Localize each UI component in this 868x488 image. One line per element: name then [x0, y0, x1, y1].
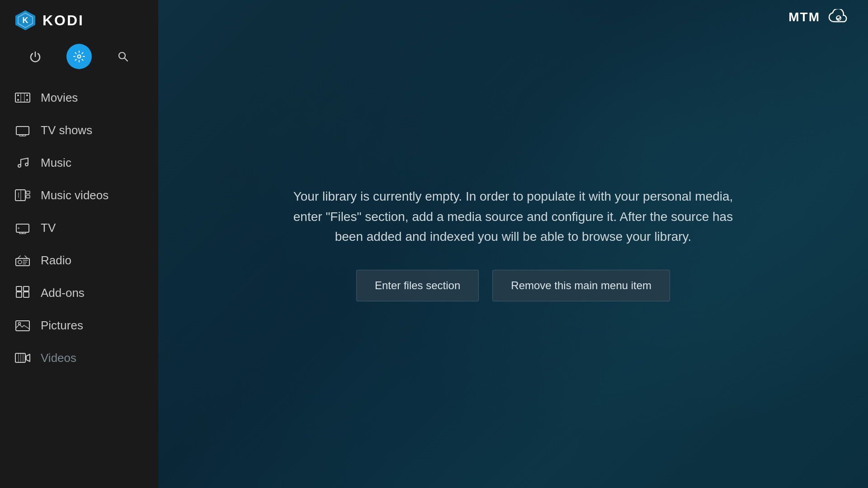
enter-files-button[interactable]: Enter files section	[356, 270, 479, 301]
radio-icon	[14, 252, 31, 268]
svg-rect-10	[20, 93, 21, 102]
sidebar-item-tv-label: TV	[41, 221, 56, 235]
sidebar-item-tv-shows-label: TV shows	[41, 123, 92, 137]
svg-rect-32	[24, 292, 29, 297]
settings-button[interactable]	[66, 44, 92, 69]
header-right: MTM	[788, 9, 850, 25]
svg-point-16	[25, 163, 28, 166]
sidebar-item-music-videos-label: Music videos	[41, 188, 108, 202]
search-button[interactable]	[110, 44, 136, 69]
power-button[interactable]	[23, 44, 48, 69]
svg-point-6	[17, 94, 19, 96]
content-area: Your library is currently empty. In orde…	[264, 169, 762, 319]
svg-rect-34	[24, 286, 29, 291]
top-bar: K KODI	[0, 0, 158, 41]
svg-rect-31	[16, 292, 22, 297]
branding-text: MTM	[788, 10, 820, 24]
sidebar-item-radio-label: Radio	[41, 253, 71, 267]
sidebar-item-tv[interactable]: TV	[0, 211, 158, 244]
svg-rect-18	[18, 192, 19, 198]
empty-library-message: Your library is currently empty. In orde…	[283, 187, 744, 247]
sidebar-item-movies-label: Movies	[41, 91, 78, 105]
svg-point-7	[17, 99, 19, 101]
remove-menu-item-button[interactable]: Remove this main menu item	[492, 270, 670, 301]
svg-point-25	[18, 227, 19, 229]
cloud-icon	[827, 9, 850, 25]
movies-icon	[14, 89, 31, 106]
svg-point-27	[18, 260, 22, 264]
kodi-logo: K KODI	[14, 9, 84, 32]
sidebar-item-music-label: Music	[41, 156, 71, 170]
sidebar-item-addons-label: Add-ons	[41, 286, 85, 300]
sidebar-item-addons[interactable]: Add-ons	[0, 277, 158, 309]
addons-icon	[14, 285, 31, 301]
tv-shows-icon	[14, 122, 31, 138]
sidebar-item-music-videos[interactable]: Music videos	[0, 179, 158, 211]
sidebar-item-radio[interactable]: Radio	[0, 244, 158, 277]
sidebar-item-videos[interactable]: Videos	[0, 342, 158, 374]
sidebar-item-videos-label: Videos	[41, 351, 76, 365]
svg-rect-20	[26, 191, 30, 194]
svg-rect-39	[20, 353, 21, 362]
tv-icon	[14, 220, 31, 236]
svg-text:K: K	[23, 16, 28, 25]
nav-menu: Movies TV shows Music	[0, 77, 158, 488]
music-icon	[14, 155, 31, 171]
sidebar-item-music[interactable]: Music	[0, 146, 158, 179]
svg-rect-19	[20, 190, 21, 201]
sidebar-item-movies[interactable]: Movies	[0, 81, 158, 114]
svg-point-9	[26, 99, 28, 101]
kodi-icon: K	[14, 9, 37, 32]
svg-point-3	[77, 55, 80, 58]
main-content: MTM Your library is currently empty. In …	[158, 0, 868, 488]
svg-rect-12	[16, 127, 29, 135]
music-videos-icon	[14, 187, 31, 203]
svg-rect-21	[26, 195, 30, 198]
pictures-icon	[14, 317, 31, 333]
kodi-title: KODI	[42, 12, 84, 29]
svg-point-8	[26, 94, 28, 96]
sidebar: K KODI	[0, 0, 158, 488]
sidebar-item-pictures[interactable]: Pictures	[0, 309, 158, 342]
action-buttons: Enter files section Remove this main men…	[283, 270, 744, 301]
svg-point-15	[18, 164, 21, 167]
svg-rect-11	[24, 93, 25, 102]
svg-rect-33	[16, 286, 22, 291]
icon-row	[0, 41, 158, 77]
svg-rect-38	[18, 353, 19, 362]
videos-icon	[14, 350, 31, 366]
svg-rect-40	[23, 353, 24, 362]
sidebar-item-tv-shows[interactable]: TV shows	[0, 114, 158, 146]
sidebar-item-pictures-label: Pictures	[41, 319, 83, 333]
svg-rect-5	[15, 93, 30, 102]
